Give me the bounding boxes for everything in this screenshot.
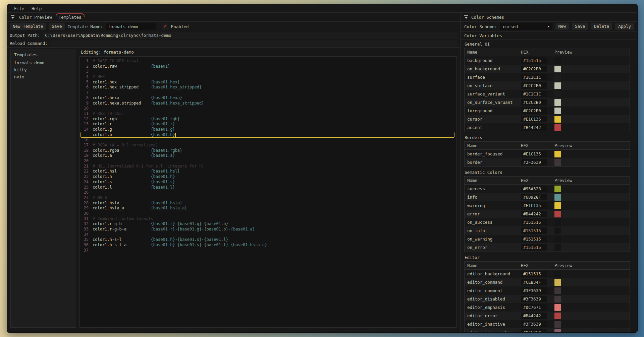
hex-input[interactable]: #60928F (521, 194, 547, 200)
color-swatch[interactable] (554, 202, 561, 209)
save-template-button[interactable]: Save (49, 23, 65, 30)
hex-input[interactable]: #1C1C1C (521, 91, 547, 97)
template-name-input[interactable]: formats-demo (106, 23, 156, 30)
hex-input[interactable]: #DC7671 (521, 304, 547, 311)
color-swatch[interactable] (554, 91, 561, 97)
color-swatch[interactable] (554, 296, 561, 302)
hex-input[interactable]: #3F3639 (521, 287, 547, 294)
editor-line: 22color1.hsl {base01.hsl} (80, 169, 457, 174)
hex-input[interactable]: #C2C2B0 (521, 66, 547, 72)
hex-input[interactable]: #151515 (521, 219, 547, 225)
editor-line: 4# HEX (80, 74, 457, 80)
color-swatch[interactable] (554, 236, 561, 243)
color-swatch[interactable] (554, 66, 561, 72)
template-editor[interactable]: 1# BASE COLORS (raw)2color1.raw {base01}… (79, 56, 457, 328)
hex-input[interactable]: #86596C (521, 329, 547, 332)
color-swatch[interactable] (554, 124, 561, 131)
app-window: File Help Color Preview Templates New Te… (7, 4, 638, 333)
column-header: HEX (521, 263, 554, 268)
hex-input[interactable]: #151515 (521, 236, 547, 242)
menu-file[interactable]: File (11, 5, 27, 12)
hex-input[interactable]: #3F3639 (521, 296, 547, 302)
line-number: 5 (80, 80, 89, 85)
hex-input[interactable]: #1C1C1C (521, 74, 547, 80)
color-swatch[interactable] (554, 186, 561, 192)
hex-input[interactable]: #E1C135 (521, 151, 547, 157)
color-swatch[interactable] (554, 82, 561, 89)
color-swatch[interactable] (554, 271, 561, 277)
hex-input[interactable]: #151515 (521, 271, 547, 277)
menu-help[interactable]: Help (29, 5, 45, 12)
hex-input[interactable]: #151515 (521, 227, 547, 234)
template-list-item[interactable]: formats-demo (11, 59, 76, 66)
color-swatch[interactable] (554, 279, 561, 286)
new-template-button[interactable]: New Template (10, 23, 46, 30)
line-number: 37 (80, 248, 89, 253)
tab-templates[interactable]: Templates (57, 15, 83, 20)
hex-input[interactable]: #151515 (521, 57, 547, 64)
templates-region: Color Preview Templates New Template Sav… (7, 13, 460, 332)
color-name: success (465, 186, 521, 191)
line-number: 34 (80, 232, 89, 238)
output-path-input[interactable]: C:\Users\user\AppData\Roaming\clrsync\fo… (43, 32, 458, 39)
scheme-apply-button[interactable]: Apply (615, 23, 634, 30)
color-row: surface_variant#1C1C1C (465, 90, 630, 98)
table-header-row: NameHEXPreview (465, 142, 630, 150)
color-row: on_surface_varuant#C2C2B0 (465, 98, 630, 107)
template-list-item[interactable]: kitty (11, 66, 76, 73)
hex-input[interactable]: #B44242 (521, 124, 547, 131)
hex-input[interactable]: #CEB34F (521, 279, 547, 285)
color-swatch[interactable] (554, 287, 561, 294)
tab-color-preview[interactable]: Color Preview (18, 15, 53, 20)
color-swatch[interactable] (554, 159, 561, 166)
hex-input[interactable]: #3F3639 (521, 159, 547, 165)
color-swatch[interactable] (554, 99, 561, 106)
hex-input[interactable]: #95A328 (521, 186, 547, 192)
hex-input[interactable]: #3F3639 (521, 321, 547, 327)
template-list-item[interactable]: nvim (11, 73, 76, 80)
hex-input[interactable]: #E1C135 (521, 202, 547, 209)
section-title: General UI (464, 41, 630, 48)
color-swatch[interactable] (554, 227, 561, 234)
color-swatch[interactable] (554, 151, 561, 157)
enabled-checkbox[interactable]: ✔ (162, 23, 168, 30)
hex-input[interactable]: #C2C2B0 (521, 108, 547, 114)
color-name: editor_emphasis (465, 305, 521, 310)
collapse-arrow-icon[interactable] (10, 15, 15, 19)
color-swatch[interactable] (554, 116, 561, 123)
color-swatch[interactable] (554, 321, 561, 328)
color-swatch[interactable] (554, 74, 561, 81)
scheme-new-button[interactable]: New (555, 23, 569, 30)
hex-input[interactable]: #B44242 (521, 211, 547, 217)
section-title: Borders (464, 135, 630, 141)
color-swatch[interactable] (554, 57, 561, 64)
reload-command-input[interactable] (50, 40, 458, 47)
color-swatch[interactable] (554, 244, 561, 251)
color-swatch[interactable] (554, 329, 561, 333)
collapse-arrow-icon[interactable] (464, 15, 468, 19)
line-number: 26 (80, 190, 89, 195)
line-number: 17 (80, 143, 89, 148)
editor-line: 29color1.hsla_a {base01.hsla_a} (80, 206, 457, 211)
column-header: Name (465, 50, 521, 55)
editor-line: 28color1.hsla {base01.hsla} (80, 201, 457, 206)
color-swatch[interactable] (554, 304, 561, 311)
color-swatch[interactable] (554, 194, 561, 201)
hex-input[interactable]: #B44242 (521, 313, 547, 319)
scheme-save-button[interactable]: Save (572, 23, 588, 30)
color-scheme-dropdown[interactable]: cursed ▼ (500, 23, 552, 30)
hex-input[interactable]: #151515 (521, 244, 547, 251)
hex-input[interactable]: #C2C2B0 (521, 99, 547, 106)
line-number: 9 (80, 101, 89, 106)
enabled-label: Enabled (171, 24, 189, 29)
line-number: 29 (80, 206, 89, 211)
editor-line: 26 (80, 190, 457, 195)
scheme-delete-button[interactable]: Delete (591, 23, 612, 30)
color-swatch[interactable] (554, 219, 561, 226)
color-swatch[interactable] (554, 108, 561, 114)
hex-input[interactable]: #E1C135 (521, 116, 547, 122)
hex-input[interactable]: #C2C2B0 (521, 82, 547, 89)
color-name: on_warning (465, 237, 521, 242)
color-swatch[interactable] (554, 313, 561, 319)
color-swatch[interactable] (554, 211, 561, 217)
